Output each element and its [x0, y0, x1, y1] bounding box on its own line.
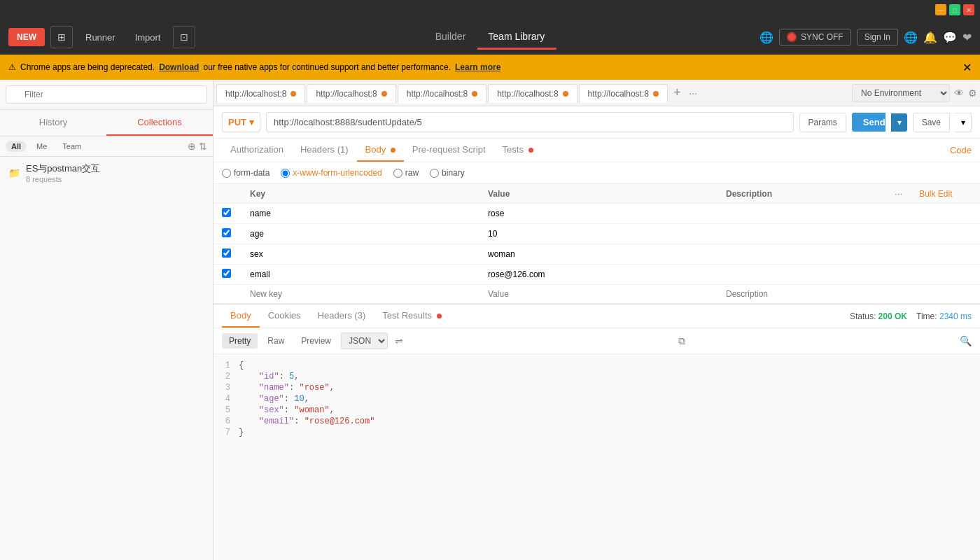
- body-options: form-data x-www-form-urlencoded raw bina…: [214, 162, 980, 184]
- builder-icon-button[interactable]: ⊞: [50, 26, 73, 48]
- body-tab-dot: [391, 148, 396, 153]
- request-tab-3[interactable]: http://localhost:8: [488, 84, 577, 103]
- request-tab-0[interactable]: http://localhost:8: [216, 84, 305, 103]
- code-link[interactable]: Code: [950, 145, 972, 155]
- table-row: sex woman: [214, 244, 980, 265]
- env-eye-button[interactable]: 👁: [954, 88, 964, 99]
- time-value: 2340 ms: [939, 312, 972, 321]
- environment-select[interactable]: No Environment: [852, 84, 950, 102]
- col-checkbox: [214, 184, 241, 204]
- new-value-input[interactable]: [488, 289, 709, 299]
- close-button[interactable]: ✕: [963, 4, 974, 15]
- filter-team[interactable]: Team: [57, 141, 87, 152]
- add-tab-button[interactable]: +: [669, 85, 685, 100]
- radio-urlencoded[interactable]: x-www-form-urlencoded: [281, 168, 382, 178]
- new-tab-icon-button[interactable]: ⊡: [173, 26, 195, 48]
- runner-button[interactable]: Runner: [78, 28, 122, 47]
- url-input[interactable]: [266, 112, 794, 132]
- col-key: Key: [241, 184, 479, 204]
- env-gear-button[interactable]: ⚙: [968, 88, 977, 99]
- row-checkbox-0[interactable]: [222, 208, 231, 217]
- banner-middle-text: our free native apps for continued suppo…: [203, 62, 451, 72]
- tab-dot: [290, 91, 296, 97]
- more-tabs-button[interactable]: ···: [685, 88, 701, 99]
- params-table: Key Value Description ··· Bulk Edit name…: [214, 184, 980, 304]
- filter-input[interactable]: [6, 85, 207, 104]
- request-tab-2[interactable]: http://localhost:8: [398, 84, 486, 104]
- builder-icon: ⊞: [57, 31, 66, 43]
- add-collection-button[interactable]: ⊕: [188, 141, 196, 152]
- params-button[interactable]: Params: [799, 113, 846, 132]
- globe-icon[interactable]: 🌐: [760, 31, 774, 44]
- send-button[interactable]: Send: [852, 113, 886, 132]
- code-line-5: 5 "sex": "woman",: [214, 405, 980, 416]
- tab-builder[interactable]: Builder: [424, 25, 477, 50]
- req-tab-body[interactable]: Body: [357, 139, 404, 162]
- radio-binary[interactable]: binary: [430, 168, 465, 178]
- key-cell-1: age: [241, 224, 479, 244]
- more-options-button[interactable]: ···: [895, 188, 902, 199]
- col-value: Value: [479, 184, 718, 204]
- minimize-button[interactable]: —: [935, 4, 946, 15]
- request-tab-1[interactable]: http://localhost:8: [307, 84, 396, 103]
- wrap-icon[interactable]: ⇌: [395, 335, 403, 346]
- resp-tab-test-results[interactable]: Test Results: [374, 304, 449, 328]
- row-checkbox-1[interactable]: [222, 228, 231, 237]
- new-desc-input[interactable]: [726, 289, 878, 299]
- sidebar-actions: ⊕ ⇅: [188, 141, 207, 152]
- new-button[interactable]: NEW: [8, 28, 45, 46]
- req-tab-authorization[interactable]: Authorization: [222, 139, 292, 162]
- tests-tab-dot: [528, 148, 533, 153]
- bell-icon[interactable]: 🔔: [923, 31, 937, 44]
- copy-response-button[interactable]: ⧉: [678, 335, 685, 347]
- list-item[interactable]: 📁 ES与postman交互 8 requests: [0, 157, 213, 189]
- table-row: name rose: [214, 204, 980, 224]
- tab-collections[interactable]: Collections: [106, 110, 213, 136]
- desc-cell-0: [718, 204, 886, 224]
- view-preview[interactable]: Preview: [294, 333, 338, 349]
- resp-tab-headers[interactable]: Headers (3): [309, 304, 374, 328]
- view-raw[interactable]: Raw: [260, 333, 291, 349]
- search-response-button[interactable]: 🔍: [960, 335, 972, 346]
- heart-icon[interactable]: ❤: [962, 31, 972, 44]
- chat-icon[interactable]: 💬: [943, 31, 957, 44]
- sort-button[interactable]: ⇅: [199, 141, 207, 152]
- req-tab-tests[interactable]: Tests: [494, 139, 542, 162]
- new-key-input[interactable]: [250, 289, 471, 299]
- collection-count: 8 requests: [26, 175, 204, 183]
- download-link[interactable]: Download: [159, 62, 199, 72]
- tab-dot: [382, 91, 387, 97]
- filter-all[interactable]: All: [6, 141, 27, 152]
- nav-right: 🌐 SYNC OFF Sign In 🌐 🔔 💬 ❤: [760, 29, 972, 46]
- learn-more-link[interactable]: Learn more: [455, 62, 500, 72]
- tab-team-library[interactable]: Team Library: [477, 25, 556, 50]
- sync-label: SYNC OFF: [801, 32, 844, 42]
- view-pretty[interactable]: Pretty: [222, 333, 258, 349]
- send-dropdown-button[interactable]: ▾: [891, 113, 907, 132]
- code-line-4: 4 "age": 10,: [214, 393, 980, 405]
- row-checkbox-3[interactable]: [222, 269, 231, 278]
- banner-close-button[interactable]: ✕: [962, 61, 972, 74]
- import-button[interactable]: Import: [128, 28, 168, 47]
- row-checkbox-2[interactable]: [222, 248, 231, 258]
- save-dropdown-button[interactable]: ▾: [955, 113, 972, 132]
- response-code-area: 1 { 2 "id": 5, 3 "name": "rose", 4 "age: [214, 354, 980, 560]
- resp-tab-cookies[interactable]: Cookies: [260, 304, 309, 328]
- req-tab-prerequest[interactable]: Pre-request Script: [404, 139, 494, 162]
- maximize-button[interactable]: □: [949, 4, 960, 15]
- radio-raw[interactable]: raw: [393, 168, 419, 178]
- radio-form-data[interactable]: form-data: [222, 168, 270, 178]
- code-line-6: 6 "email": "rose@126.com": [214, 416, 980, 427]
- sync-button[interactable]: SYNC OFF: [779, 29, 851, 46]
- method-select[interactable]: PUT ▾: [222, 112, 260, 132]
- sign-in-button[interactable]: Sign In: [857, 29, 898, 46]
- request-tab-4[interactable]: http://localhost:8: [579, 84, 668, 103]
- save-button[interactable]: Save: [913, 113, 950, 132]
- resp-tab-body[interactable]: Body: [222, 304, 260, 328]
- bulk-edit-button[interactable]: Bulk Edit: [919, 189, 952, 199]
- filter-me[interactable]: Me: [31, 141, 52, 152]
- tab-history[interactable]: History: [0, 110, 106, 136]
- format-select[interactable]: JSON XML HTML Text: [341, 332, 388, 349]
- globe2-icon[interactable]: 🌐: [904, 31, 918, 44]
- req-tab-headers[interactable]: Headers (1): [292, 139, 357, 162]
